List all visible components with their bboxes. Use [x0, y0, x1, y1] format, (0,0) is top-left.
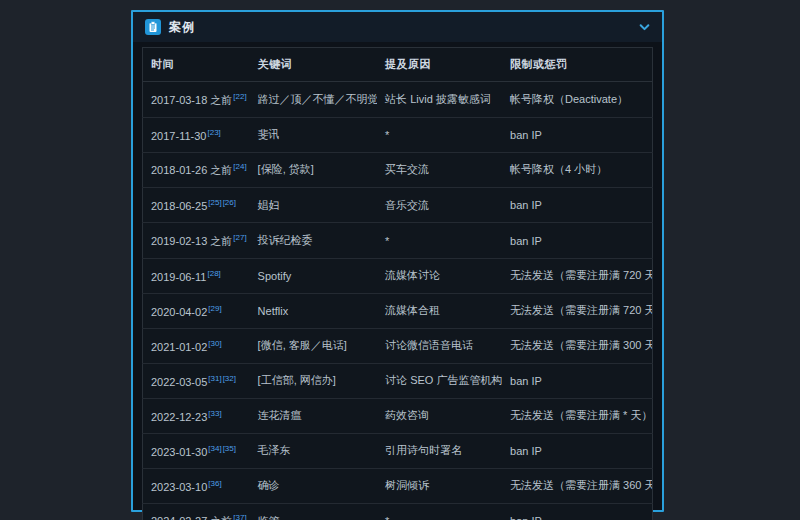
cell-time: 2023-01-30[34][35] [143, 433, 250, 468]
column-header-keyword: 关键词 [250, 48, 378, 82]
cell-reason: 引用诗句时署名 [377, 433, 502, 468]
cell-reason: 树洞倾诉 [377, 468, 502, 503]
cell-time: 2019-06-11[28] [143, 258, 250, 293]
citation-refs: [23] [206, 129, 220, 141]
cell-time: 2018-06-25[25][26] [143, 188, 250, 223]
cell-time: 2022-03-05[31][32] [143, 363, 250, 398]
cell-keyword: Spotify [250, 258, 378, 293]
cell-reason: * [377, 223, 502, 259]
cell-time: 2017-03-18 之前[22] [143, 82, 250, 118]
cell-keyword: 投诉纪检委 [250, 223, 378, 259]
citation-link[interactable]: [25] [208, 198, 221, 207]
cell-keyword: [保险, 贷款] [250, 152, 378, 188]
panel-header[interactable]: 案例 [133, 12, 662, 42]
citation-link[interactable]: [22] [233, 92, 246, 101]
time-text: 2018-01-26 之前 [151, 164, 232, 176]
citation-link[interactable]: [33] [208, 409, 221, 418]
cell-penalty: 帐号降权（4 小时） [502, 152, 652, 188]
cell-penalty: 帐号降权（Deactivate） [502, 82, 652, 118]
citation-link[interactable]: [23] [207, 128, 220, 137]
cell-reason: 买车交流 [377, 152, 502, 188]
citation-refs: [24] [232, 164, 246, 176]
cell-reason: 音乐交流 [377, 188, 502, 223]
cell-time: 2018-01-26 之前[24] [143, 152, 250, 188]
citation-refs: [30] [207, 341, 221, 353]
cell-keyword: 确诊 [250, 468, 378, 503]
column-header-reason: 提及原因 [377, 48, 502, 82]
cell-reason: * [377, 503, 502, 520]
citation-link[interactable]: [28] [207, 269, 220, 278]
cell-keyword: 路过／顶／不懂／不明觉厉 [250, 82, 378, 118]
cell-penalty: 无法发送（需要注册满 * 天） [502, 398, 652, 433]
cell-penalty: ban IP [502, 363, 652, 398]
time-text: 2022-12-23 [151, 411, 207, 423]
cell-reason: 流媒体讨论 [377, 258, 502, 293]
citation-link[interactable]: [24] [233, 162, 246, 171]
cell-reason: 站长 Livid 披露敏感词 [377, 82, 502, 118]
cell-reason: 讨论微信语音电话 [377, 328, 502, 363]
citation-link[interactable]: [29] [208, 304, 221, 313]
panel-title: 案例 [169, 19, 195, 36]
citation-link[interactable]: [34] [208, 444, 221, 453]
table-header-row: 时间 关键词 提及原因 限制或惩罚 [143, 48, 653, 82]
table-row: 2017-03-18 之前[22] 路过／顶／不懂／不明觉厉 站长 Livid … [143, 82, 653, 118]
citation-refs: [31][32] [207, 376, 236, 388]
table-row: 2019-06-11[28] Spotify 流媒体讨论 无法发送（需要注册满 … [143, 258, 653, 293]
cell-keyword: 斐讯 [250, 117, 378, 152]
table-row: 2020-04-02[29] Netflix 流媒体合租 无法发送（需要注册满 … [143, 293, 653, 328]
cell-keyword: 连花清瘟 [250, 398, 378, 433]
citation-refs: [25][26] [207, 200, 236, 212]
table-row: 2023-03-10[36] 确诊 树洞倾诉 无法发送（需要注册满 360 天） [143, 468, 653, 503]
citation-refs: [37] [232, 515, 246, 520]
time-text: 2023-01-30 [151, 446, 207, 458]
citation-refs: [28] [206, 271, 220, 283]
cell-penalty: 无法发送（需要注册满 720 天） [502, 293, 652, 328]
time-text: 2022-03-05 [151, 376, 207, 388]
table-row: 2022-12-23[33] 连花清瘟 药效咨询 无法发送（需要注册满 * 天） [143, 398, 653, 433]
clipboard-icon [145, 19, 161, 35]
citation-link[interactable]: [37] [233, 513, 246, 520]
cell-penalty: ban IP [502, 433, 652, 468]
time-text: 2018-06-25 [151, 200, 207, 212]
cell-reason: 讨论 SEO 广告监管机构 [377, 363, 502, 398]
cell-time: 2023-03-10[36] [143, 468, 250, 503]
table-row: 2022-03-05[31][32] [工信部, 网信办] 讨论 SEO 广告监… [143, 363, 653, 398]
cell-keyword: 娼妇 [250, 188, 378, 223]
cell-penalty: ban IP [502, 503, 652, 520]
table-body: 2017-03-18 之前[22] 路过／顶／不懂／不明觉厉 站长 Livid … [143, 82, 653, 520]
time-text: 2023-03-10 [151, 481, 207, 493]
cell-time: 2022-12-23[33] [143, 398, 250, 433]
citation-refs: [33] [207, 411, 221, 423]
cell-penalty: 无法发送（需要注册满 300 天） [502, 328, 652, 363]
cell-reason: * [377, 117, 502, 152]
table-row: 2018-01-26 之前[24] [保险, 贷款] 买车交流 帐号降权（4 小… [143, 152, 653, 188]
chevron-down-icon[interactable] [639, 22, 650, 33]
cell-keyword: 监管 [250, 503, 378, 520]
cell-time: 2020-04-02[29] [143, 293, 250, 328]
column-header-penalty: 限制或惩罚 [502, 48, 652, 82]
cell-time: 2021-01-02[30] [143, 328, 250, 363]
cell-reason: 流媒体合租 [377, 293, 502, 328]
column-header-time: 时间 [143, 48, 250, 82]
table-row: 2019-02-13 之前[27] 投诉纪检委 * ban IP [143, 223, 653, 259]
citation-link[interactable]: [27] [233, 233, 246, 242]
time-text: 2017-03-18 之前 [151, 93, 232, 105]
cases-table: 时间 关键词 提及原因 限制或惩罚 2017-03-18 之前[22] 路过／顶… [142, 47, 653, 520]
cell-keyword: Netflix [250, 293, 378, 328]
citation-link[interactable]: [30] [208, 339, 221, 348]
citation-refs: [22] [232, 93, 246, 105]
cell-penalty: ban IP [502, 188, 652, 223]
citation-refs: [34][35] [207, 446, 236, 458]
time-text: 2019-02-13 之前 [151, 234, 232, 246]
citation-link[interactable]: [26] [223, 198, 236, 207]
citation-link[interactable]: [36] [208, 479, 221, 488]
table-row: 2024-02-27 之前[37] 监管 * ban IP [143, 503, 653, 520]
cell-time: 2017-11-30[23] [143, 117, 250, 152]
citation-link[interactable]: [31] [208, 374, 221, 383]
citation-link[interactable]: [35] [223, 444, 236, 453]
citation-link[interactable]: [32] [223, 374, 236, 383]
cell-time: 2019-02-13 之前[27] [143, 223, 250, 259]
time-text: 2020-04-02 [151, 306, 207, 318]
time-text: 2019-06-11 [151, 271, 206, 283]
time-text: 2021-01-02 [151, 341, 207, 353]
